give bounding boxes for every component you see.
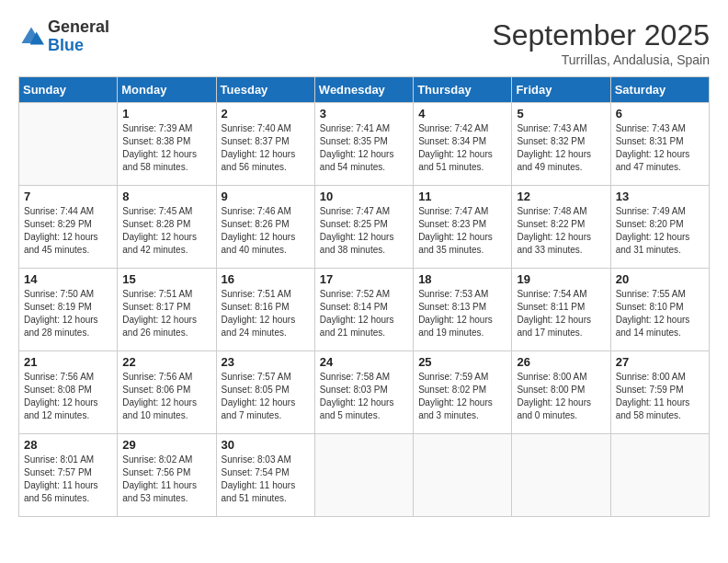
calendar-cell: 6Sunrise: 7:43 AMSunset: 8:31 PMDaylight… xyxy=(610,103,709,186)
day-info: Sunrise: 7:48 AMSunset: 8:22 PMDaylight:… xyxy=(517,205,605,257)
day-number: 13 xyxy=(616,190,704,203)
calendar-cell: 30Sunrise: 8:03 AMSunset: 7:54 PMDayligh… xyxy=(216,434,314,517)
calendar-cell: 10Sunrise: 7:47 AMSunset: 8:25 PMDayligh… xyxy=(314,186,413,269)
day-info: Sunrise: 8:01 AMSunset: 7:57 PMDaylight:… xyxy=(24,454,112,505)
day-info: Sunrise: 8:03 AMSunset: 7:54 PMDaylight:… xyxy=(222,454,310,505)
calendar-cell: 16Sunrise: 7:51 AMSunset: 8:16 PMDayligh… xyxy=(216,269,314,351)
calendar-week-row: 7Sunrise: 7:44 AMSunset: 8:29 PMDaylight… xyxy=(19,186,710,269)
day-number: 15 xyxy=(122,272,210,286)
day-number: 19 xyxy=(517,272,605,286)
calendar-cell: 28Sunrise: 8:01 AMSunset: 7:57 PMDayligh… xyxy=(19,434,118,517)
calendar-cell: 27Sunrise: 8:00 AMSunset: 7:59 PMDayligh… xyxy=(610,351,709,434)
calendar-cell: 13Sunrise: 7:49 AMSunset: 8:20 PMDayligh… xyxy=(610,186,709,269)
calendar-cell: 11Sunrise: 7:47 AMSunset: 8:23 PMDayligh… xyxy=(414,186,512,269)
weekday-header-thursday: Thursday xyxy=(414,77,512,103)
day-number: 12 xyxy=(517,190,605,203)
day-number: 21 xyxy=(24,355,112,369)
day-number: 5 xyxy=(517,107,605,121)
calendar-cell: 14Sunrise: 7:50 AMSunset: 8:19 PMDayligh… xyxy=(19,269,118,351)
day-number: 7 xyxy=(24,190,112,203)
calendar-cell: 19Sunrise: 7:54 AMSunset: 8:11 PMDayligh… xyxy=(512,269,610,351)
weekday-header-friday: Friday xyxy=(512,77,610,103)
day-number: 3 xyxy=(320,107,408,121)
day-info: Sunrise: 7:40 AMSunset: 8:37 PMDaylight:… xyxy=(222,122,310,174)
calendar-cell xyxy=(19,103,118,186)
calendar-table: SundayMondayTuesdayWednesdayThursdayFrid… xyxy=(18,76,710,517)
day-number: 10 xyxy=(320,190,408,203)
day-number: 6 xyxy=(616,107,704,121)
day-number: 1 xyxy=(122,107,210,121)
day-info: Sunrise: 7:49 AMSunset: 8:20 PMDaylight:… xyxy=(616,205,704,257)
day-info: Sunrise: 7:47 AMSunset: 8:23 PMDaylight:… xyxy=(418,205,506,257)
day-info: Sunrise: 7:47 AMSunset: 8:25 PMDaylight:… xyxy=(320,205,408,257)
calendar-cell xyxy=(314,434,413,517)
day-number: 4 xyxy=(418,107,506,121)
logo: General Blue xyxy=(18,18,109,55)
calendar-cell: 23Sunrise: 7:57 AMSunset: 8:05 PMDayligh… xyxy=(216,351,314,434)
day-number: 24 xyxy=(320,355,408,369)
day-info: Sunrise: 7:50 AMSunset: 8:19 PMDaylight:… xyxy=(24,288,112,339)
day-info: Sunrise: 7:51 AMSunset: 8:16 PMDaylight:… xyxy=(222,288,310,339)
day-number: 2 xyxy=(222,107,310,121)
day-number: 29 xyxy=(122,438,210,452)
day-info: Sunrise: 7:53 AMSunset: 8:13 PMDaylight:… xyxy=(418,288,506,339)
calendar-cell: 20Sunrise: 7:55 AMSunset: 8:10 PMDayligh… xyxy=(610,269,709,351)
calendar-cell: 2Sunrise: 7:40 AMSunset: 8:37 PMDaylight… xyxy=(216,103,314,186)
calendar-cell: 17Sunrise: 7:52 AMSunset: 8:14 PMDayligh… xyxy=(314,269,413,351)
calendar-cell: 25Sunrise: 7:59 AMSunset: 8:02 PMDayligh… xyxy=(414,351,512,434)
day-info: Sunrise: 7:51 AMSunset: 8:17 PMDaylight:… xyxy=(122,288,210,339)
day-number: 30 xyxy=(222,438,310,452)
day-number: 28 xyxy=(24,438,112,452)
day-info: Sunrise: 7:55 AMSunset: 8:10 PMDaylight:… xyxy=(616,288,704,339)
day-info: Sunrise: 7:58 AMSunset: 8:03 PMDaylight:… xyxy=(320,371,408,422)
weekday-header-tuesday: Tuesday xyxy=(216,77,314,103)
calendar-cell: 8Sunrise: 7:45 AMSunset: 8:28 PMDaylight… xyxy=(118,186,216,269)
weekday-header-wednesday: Wednesday xyxy=(314,77,413,103)
day-number: 11 xyxy=(418,190,506,203)
calendar-cell: 3Sunrise: 7:41 AMSunset: 8:35 PMDaylight… xyxy=(314,103,413,186)
calendar-week-row: 14Sunrise: 7:50 AMSunset: 8:19 PMDayligh… xyxy=(19,269,710,351)
title-block: September 2025 Turrillas, Andalusia, Spa… xyxy=(492,18,710,67)
day-info: Sunrise: 7:42 AMSunset: 8:34 PMDaylight:… xyxy=(418,122,506,174)
logo-general: General xyxy=(48,18,109,37)
day-info: Sunrise: 7:52 AMSunset: 8:14 PMDaylight:… xyxy=(320,288,408,339)
calendar-cell xyxy=(512,434,610,517)
day-info: Sunrise: 7:56 AMSunset: 8:06 PMDaylight:… xyxy=(122,371,210,422)
day-info: Sunrise: 7:44 AMSunset: 8:29 PMDaylight:… xyxy=(24,205,112,257)
calendar-cell: 26Sunrise: 8:00 AMSunset: 8:00 PMDayligh… xyxy=(512,351,610,434)
day-number: 18 xyxy=(418,272,506,286)
day-number: 20 xyxy=(616,272,704,286)
month-year: September 2025 xyxy=(492,18,710,52)
calendar-cell: 12Sunrise: 7:48 AMSunset: 8:22 PMDayligh… xyxy=(512,186,610,269)
day-number: 27 xyxy=(616,355,704,369)
calendar-cell: 7Sunrise: 7:44 AMSunset: 8:29 PMDaylight… xyxy=(19,186,118,269)
calendar-cell: 4Sunrise: 7:42 AMSunset: 8:34 PMDaylight… xyxy=(414,103,512,186)
day-number: 8 xyxy=(122,190,210,203)
calendar-week-row: 28Sunrise: 8:01 AMSunset: 7:57 PMDayligh… xyxy=(19,434,710,517)
day-number: 9 xyxy=(222,190,310,203)
calendar-cell: 29Sunrise: 8:02 AMSunset: 7:56 PMDayligh… xyxy=(118,434,216,517)
calendar-cell xyxy=(414,434,512,517)
day-number: 23 xyxy=(222,355,310,369)
day-number: 14 xyxy=(24,272,112,286)
calendar-cell: 5Sunrise: 7:43 AMSunset: 8:32 PMDaylight… xyxy=(512,103,610,186)
weekday-header-sunday: Sunday xyxy=(19,77,118,103)
calendar-cell: 15Sunrise: 7:51 AMSunset: 8:17 PMDayligh… xyxy=(118,269,216,351)
location: Turrillas, Andalusia, Spain xyxy=(492,52,710,67)
calendar-cell xyxy=(610,434,709,517)
day-info: Sunrise: 7:56 AMSunset: 8:08 PMDaylight:… xyxy=(24,371,112,422)
day-info: Sunrise: 7:43 AMSunset: 8:32 PMDaylight:… xyxy=(517,122,605,174)
logo-text: General Blue xyxy=(48,18,109,55)
day-info: Sunrise: 7:54 AMSunset: 8:11 PMDaylight:… xyxy=(517,288,605,339)
calendar-week-row: 1Sunrise: 7:39 AMSunset: 8:38 PMDaylight… xyxy=(19,103,710,186)
calendar-cell: 18Sunrise: 7:53 AMSunset: 8:13 PMDayligh… xyxy=(414,269,512,351)
logo-icon xyxy=(18,24,44,50)
day-info: Sunrise: 8:02 AMSunset: 7:56 PMDaylight:… xyxy=(122,454,210,505)
weekday-header-row: SundayMondayTuesdayWednesdayThursdayFrid… xyxy=(19,77,710,103)
day-info: Sunrise: 7:46 AMSunset: 8:26 PMDaylight:… xyxy=(222,205,310,257)
day-info: Sunrise: 7:39 AMSunset: 8:38 PMDaylight:… xyxy=(122,122,210,174)
calendar-cell: 21Sunrise: 7:56 AMSunset: 8:08 PMDayligh… xyxy=(19,351,118,434)
day-info: Sunrise: 8:00 AMSunset: 7:59 PMDaylight:… xyxy=(616,371,704,422)
logo-blue: Blue xyxy=(48,37,109,55)
weekday-header-monday: Monday xyxy=(118,77,216,103)
